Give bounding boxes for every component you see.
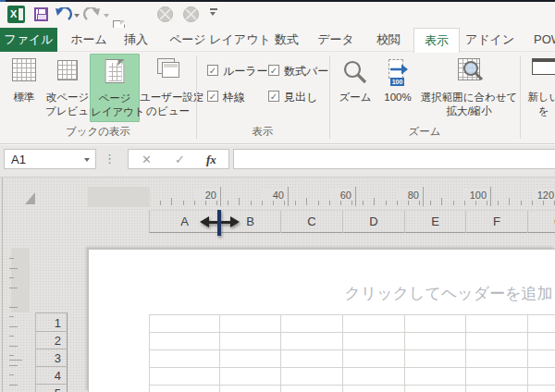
tab-view-active[interactable]: 表示 — [413, 28, 460, 53]
formula-bar-resize-dots[interactable]: ⋮ — [104, 152, 116, 165]
column-header-d[interactable]: D — [343, 211, 405, 233]
column-header-g[interactable]: G — [528, 211, 555, 233]
worksheet-canvas[interactable]: 20 40 60 80 100 120 クリックしてヘッダーを追加 A B C — [0, 178, 555, 392]
zoom-100-icon: 100 — [388, 58, 408, 86]
row-header-5[interactable]: 5 — [36, 385, 68, 392]
row-headers: 1 2 3 4 5 — [35, 312, 68, 392]
new-window-icon — [532, 58, 555, 75]
tab-home[interactable]: ホーム — [67, 28, 111, 52]
add-header-prompt[interactable]: クリックしてヘッダーを追加 — [88, 283, 555, 304]
column-header-e[interactable]: E — [405, 211, 466, 233]
excel-logo-icon[interactable]: X — [7, 6, 25, 23]
new-window-button[interactable]: 新しい を — [524, 54, 555, 122]
row-header-1[interactable]: 1 — [36, 314, 68, 332]
group-label-zoom: ズーム — [329, 125, 520, 138]
name-box-value: A1 — [11, 153, 26, 166]
page-break-preview-button[interactable]: 改ページ プレビュー — [45, 54, 90, 122]
row-header-2[interactable]: 2 — [36, 332, 68, 349]
ruler-number: 20 — [194, 190, 218, 201]
tab-powerpivot[interactable]: POW — [529, 28, 555, 52]
insert-function-icon[interactable]: fx — [206, 153, 216, 167]
cancel-icon[interactable]: ✕ — [142, 153, 152, 166]
tab-formulas[interactable]: 数式 — [266, 28, 307, 52]
name-box-dropdown-icon[interactable] — [84, 158, 90, 162]
tab-review[interactable]: 校閲 — [368, 28, 409, 52]
page-layout-view-icon — [105, 59, 125, 83]
zoom-to-selection-button[interactable]: 選択範囲に合わせて 拡大/縮小 — [418, 54, 520, 122]
normal-view-icon — [12, 58, 36, 81]
row-header-3[interactable]: 3 — [36, 349, 68, 367]
column-resize-cursor — [200, 210, 240, 238]
titlebar: X — [0, 2, 555, 28]
formula-bar-row: A1 ⋮ ✕ ✓ fx — [0, 145, 555, 178]
save-icon[interactable] — [34, 7, 48, 21]
horizontal-ruler-margin — [88, 187, 150, 207]
formula-button-strip: ✕ ✓ fx — [128, 149, 229, 169]
ribbon: 標準 改ページ プレビュー ページ レイアウト ユーザー設定 のビュー ブックの… — [0, 52, 555, 144]
zoom-magnifier-icon — [341, 58, 369, 86]
ribbon-tab-bar: ファイル ホーム 挿入 ページ レイアウト 数式 データ 校閲 表示 アドイン … — [0, 28, 555, 52]
tab-addins[interactable]: アドイン — [465, 28, 513, 52]
customize-qat-icon[interactable] — [209, 6, 218, 16]
ruler-checkbox-icon[interactable]: ✓ — [207, 65, 218, 76]
disabled-circle-1-icon — [157, 6, 173, 22]
ruler-number: 100 — [464, 190, 488, 201]
column-header-c[interactable]: C — [281, 211, 343, 233]
gridlines-checkbox-icon[interactable]: ✓ — [207, 91, 218, 102]
tab-insert[interactable]: 挿入 — [117, 28, 155, 52]
custom-views-button[interactable]: ユーザー設定 のビュー — [140, 54, 196, 122]
group-label-show: 表示 — [196, 125, 329, 138]
redo-dropdown-icon[interactable] — [104, 14, 109, 18]
tab-page-layout[interactable]: ページ レイアウト — [169, 28, 253, 52]
zoom-100-button[interactable]: 100 100% — [377, 54, 418, 122]
column-header-f[interactable]: F — [466, 211, 528, 233]
tab-file[interactable]: ファイル — [0, 28, 57, 52]
ruler-corner-triangle-icon — [25, 192, 35, 204]
formula-bar-checkbox-icon[interactable]: ✓ — [268, 65, 279, 76]
row-header-4[interactable]: 4 — [36, 367, 68, 385]
page-break-preview-icon — [57, 60, 78, 80]
ruler-number: 120 — [532, 190, 555, 201]
page-layout-view-button[interactable]: ページ レイアウト — [90, 54, 140, 122]
redo-icon[interactable] — [83, 7, 102, 22]
normal-view-button[interactable]: 標準 — [3, 54, 45, 122]
page[interactable] — [88, 249, 555, 392]
custom-views-icon — [157, 58, 179, 79]
group-label-workbook-views: ブックの表示 — [0, 125, 196, 138]
zoom-button[interactable]: ズーム — [333, 54, 377, 122]
disabled-circle-2-icon — [183, 6, 199, 22]
tab-data[interactable]: データ — [315, 28, 356, 52]
ruler-number: 40 — [262, 190, 286, 201]
undo-dropdown-icon[interactable] — [74, 14, 80, 18]
name-box[interactable]: A1 — [4, 149, 96, 169]
zoom-to-selection-icon — [458, 58, 480, 80]
ruler-number: 60 — [329, 190, 353, 201]
enter-icon[interactable]: ✓ — [175, 153, 185, 166]
excel-window: X ファイル ホーム 挿入 ページ レイアウト 数 — [0, 0, 555, 392]
formula-input[interactable] — [233, 149, 555, 169]
undo-icon[interactable] — [54, 7, 72, 22]
headings-checkbox-icon[interactable]: ✓ — [268, 91, 279, 102]
ruler-number: 80 — [397, 190, 421, 201]
